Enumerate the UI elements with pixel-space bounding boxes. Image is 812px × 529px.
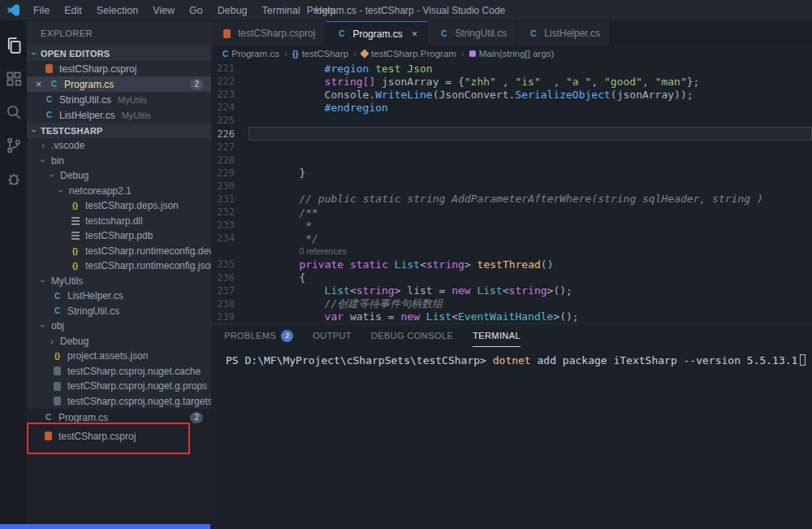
tree-item-netcoreapp2-1[interactable]: ›netcoreapp2.1 bbox=[27, 184, 211, 199]
code-line[interactable]: 234*/ bbox=[211, 232, 812, 245]
panel-tab-problems[interactable]: PROBLEMS2 bbox=[224, 324, 293, 347]
panel-tab-label: OUTPUT bbox=[313, 331, 352, 340]
code-text: * bbox=[248, 219, 312, 232]
chevron-down-icon: › bbox=[37, 322, 49, 330]
open-editor-detail: MyUtils bbox=[118, 95, 147, 105]
code-line[interactable]: 233* bbox=[211, 219, 812, 232]
extensions-icon[interactable] bbox=[4, 69, 24, 89]
line-number: 236 bbox=[211, 272, 248, 284]
csproj-file-icon bbox=[42, 430, 54, 442]
line-number: 225 bbox=[211, 115, 248, 126]
title-bar: FileEditSelectionViewGoDebugTerminalHelp… bbox=[0, 0, 812, 21]
panel-tab-debug-console[interactable]: DEBUG CONSOLE bbox=[371, 324, 453, 347]
panel-tab-terminal[interactable]: TERMINAL bbox=[473, 324, 520, 347]
close-icon[interactable]: × bbox=[412, 28, 418, 40]
breadcrumb-item-main-string-args[interactable]: Main(string[] args) bbox=[469, 49, 555, 59]
code-line[interactable]: 237List<string> list = new List<string>(… bbox=[211, 284, 812, 297]
open-editor-item-stringutil-cs[interactable]: CStringUtil.csMyUtils bbox=[27, 92, 211, 107]
tree-item-bin[interactable]: ›bin bbox=[27, 154, 211, 169]
code-line[interactable]: 229} bbox=[211, 167, 812, 180]
tree-item-testcsharp-dll[interactable]: testcsharp.dll bbox=[27, 214, 211, 229]
menu-view[interactable]: View bbox=[145, 0, 182, 21]
tab-testcsharp-csproj[interactable]: testCSharp.csproj bbox=[211, 21, 326, 46]
panel-tab-label: DEBUG CONSOLE bbox=[371, 331, 453, 340]
code-line[interactable]: 239var watis = new List<EventWaitHandle>… bbox=[211, 310, 812, 323]
line-number: 226 bbox=[211, 128, 248, 140]
code-line[interactable]: 231// public static string AddParameterA… bbox=[211, 193, 812, 206]
menu-debug[interactable]: Debug bbox=[210, 0, 255, 21]
code-line-body bbox=[248, 154, 812, 167]
panel-tab-label: PROBLEMS bbox=[224, 331, 276, 340]
tree-item-label: testCSharp.runtimeconfig.json bbox=[85, 260, 211, 271]
tree-item-debug[interactable]: ›Debug bbox=[27, 168, 211, 184]
code-line[interactable]: 227 bbox=[211, 141, 812, 154]
code-editor[interactable]: 221#region test Json222string[] jsonArra… bbox=[211, 62, 812, 323]
menu-selection[interactable]: Selection bbox=[89, 0, 145, 21]
cs-file-icon: C bbox=[48, 78, 60, 90]
tree-item-label: testCSharp.csproj.nuget.g.targets bbox=[67, 396, 211, 407]
json-file-icon: {} bbox=[69, 245, 81, 257]
code-line[interactable]: 0 references bbox=[211, 245, 812, 258]
tree-item-testcsharp-csproj-nuget-cache[interactable]: testCSharp.csproj.nuget.cache bbox=[27, 364, 211, 379]
tree-item-testcsharp-csproj[interactable]: testCSharp.csproj bbox=[27, 428, 211, 444]
line-number: 222 bbox=[211, 76, 248, 87]
window-title: Program.cs - testCSharp - Visual Studio … bbox=[307, 0, 506, 21]
search-icon[interactable] bbox=[4, 102, 24, 122]
code-line[interactable]: 221#region test Json bbox=[211, 62, 812, 75]
tree-item-testcsharp-runtimeconfig-json[interactable]: {}testCSharp.runtimeconfig.json bbox=[27, 258, 211, 274]
tree-item-vscode[interactable]: ›.vscode bbox=[27, 138, 211, 154]
menu-terminal[interactable]: Terminal bbox=[255, 0, 308, 21]
cs-file-icon: C bbox=[43, 93, 55, 106]
tree-item-testcsharp-pdb[interactable]: testCSharp.pdb bbox=[27, 228, 211, 244]
open-editor-item-testcsharp-csproj[interactable]: testCSharp.csproj bbox=[27, 61, 211, 76]
tree-item-debug[interactable]: ›Debug bbox=[27, 334, 211, 349]
files-icon[interactable] bbox=[4, 36, 24, 55]
panel-tab-output[interactable]: OUTPUT bbox=[313, 324, 352, 347]
tree-item-testcsharp-csproj-nuget-g-targets[interactable]: testCSharp.csproj.nuget.g.targets bbox=[27, 394, 211, 410]
code-line-body: 0 references bbox=[248, 245, 812, 258]
tab-program-cs[interactable]: CProgram.cs× bbox=[326, 21, 428, 46]
menu-file[interactable]: File bbox=[26, 0, 57, 21]
open-editor-item-program-cs[interactable]: ×CProgram.cs2 bbox=[27, 76, 211, 92]
breadcrumb-item-program-cs[interactable]: CProgram.cs bbox=[222, 49, 279, 59]
code-line[interactable]: 223Console.WriteLine(JsonConvert.Seriali… bbox=[211, 88, 812, 101]
tab-listhelper-cs[interactable]: CListHelper.cs bbox=[517, 21, 611, 46]
open-editors-list: testCSharp.csproj×CProgram.cs2CStringUti… bbox=[27, 61, 211, 123]
menu-edit[interactable]: Edit bbox=[57, 0, 89, 21]
code-line[interactable]: 236{ bbox=[211, 271, 812, 284]
tab-stringutil-cs[interactable]: CStringUtil.cs bbox=[428, 21, 517, 46]
source-control-icon[interactable] bbox=[4, 136, 24, 155]
terminal[interactable]: PS D:\MF\MyProject\cSharpSets\testCSharp… bbox=[211, 347, 812, 529]
breadcrumb-item-testcsharp[interactable]: {}testCSharp bbox=[292, 49, 348, 59]
cs-file-icon: C bbox=[438, 28, 450, 40]
tree-item-obj[interactable]: ›obj bbox=[27, 319, 211, 334]
line-number: 229 bbox=[211, 167, 248, 179]
code-line[interactable]: 224#endregion bbox=[211, 101, 812, 114]
code-line[interactable]: 226 bbox=[211, 127, 812, 140]
tree-item-listhelper-cs[interactable]: CListHelper.cs bbox=[27, 288, 211, 304]
open-editor-item-listhelper-cs[interactable]: CListHelper.csMyUtils bbox=[27, 107, 211, 123]
nuget-file-icon bbox=[51, 395, 63, 407]
tree-item-testcsharp-deps-json[interactable]: {}testCSharp.deps.json bbox=[27, 198, 211, 214]
code-line[interactable]: 225 bbox=[211, 114, 812, 127]
debug-icon[interactable] bbox=[4, 169, 24, 189]
close-icon[interactable]: × bbox=[33, 78, 44, 90]
open-editors-header[interactable]: › OPEN EDITORS bbox=[27, 46, 211, 61]
tree-item-stringutil-cs[interactable]: CStringUtil.cs bbox=[27, 304, 211, 319]
breadcrumb-item-testcsharp-program[interactable]: testCSharp.Program bbox=[361, 49, 456, 59]
code-line[interactable]: 238//创建等待事件句柄数组 bbox=[211, 297, 812, 310]
code-line[interactable]: 228 bbox=[211, 154, 812, 167]
tree-item-testcsharp-runtimeconfig-dev-json[interactable]: {}testCSharp.runtimeconfig.dev.json bbox=[27, 244, 211, 259]
tree-item-program-cs[interactable]: CProgram.cs2 bbox=[27, 410, 211, 425]
tree-item-project-assets-json[interactable]: {}project.assets.json bbox=[27, 349, 211, 364]
code-text: /** bbox=[248, 206, 318, 219]
code-line[interactable]: 232/** bbox=[211, 206, 812, 219]
code-line[interactable]: 235private static List<string> testThrea… bbox=[211, 258, 812, 271]
project-section-header[interactable]: › TESTCSHARP bbox=[27, 123, 211, 138]
code-text: } bbox=[248, 167, 305, 179]
tree-item-testcsharp-csproj-nuget-g-props[interactable]: testCSharp.csproj.nuget.g.props bbox=[27, 379, 211, 394]
tree-item-myutils[interactable]: ›MyUtils bbox=[27, 274, 211, 289]
code-line[interactable]: 222string[] jsonArray = {"zhh" , "is" , … bbox=[211, 75, 812, 88]
menu-go[interactable]: Go bbox=[182, 0, 210, 21]
code-line[interactable]: 230 bbox=[211, 180, 812, 193]
